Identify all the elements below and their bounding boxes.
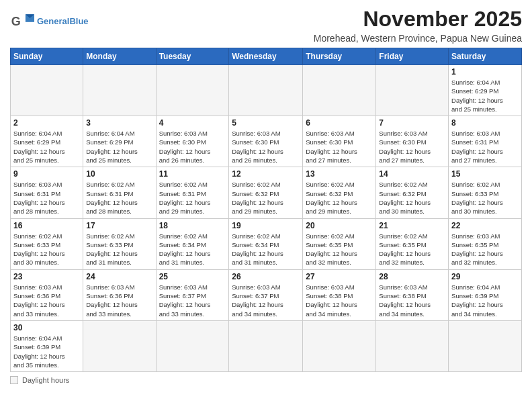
table-row: 30Sunrise: 6:04 AM Sunset: 6:39 PM Dayli… <box>11 320 83 371</box>
day-number: 14 <box>379 169 445 179</box>
calendar-week-row: 30Sunrise: 6:04 AM Sunset: 6:39 PM Dayli… <box>11 320 522 371</box>
col-tuesday: Tuesday <box>156 48 229 65</box>
table-row: 9Sunrise: 6:03 AM Sunset: 6:31 PM Daylig… <box>11 167 83 218</box>
day-number: 22 <box>451 221 519 230</box>
calendar-week-row: 1Sunrise: 6:04 AM Sunset: 6:29 PM Daylig… <box>11 65 522 116</box>
day-number: 5 <box>232 118 300 128</box>
table-row: 4Sunrise: 6:03 AM Sunset: 6:30 PM Daylig… <box>156 116 229 167</box>
table-row: 8Sunrise: 6:03 AM Sunset: 6:31 PM Daylig… <box>449 116 522 167</box>
svg-text:G: G <box>11 15 21 28</box>
day-info: Sunrise: 6:02 AM Sunset: 6:34 PM Dayligh… <box>159 232 226 267</box>
table-row: 17Sunrise: 6:02 AM Sunset: 6:33 PM Dayli… <box>83 218 156 269</box>
header: G GeneralBlue November 2025 Morehead, We… <box>10 7 522 44</box>
calendar-week-row: 23Sunrise: 6:03 AM Sunset: 6:36 PM Dayli… <box>11 269 522 320</box>
table-row: 22Sunrise: 6:03 AM Sunset: 6:35 PM Dayli… <box>449 218 522 269</box>
day-number: 17 <box>86 221 152 230</box>
table-row: 26Sunrise: 6:03 AM Sunset: 6:37 PM Dayli… <box>229 269 303 320</box>
col-wednesday: Wednesday <box>229 48 303 65</box>
table-row: 1Sunrise: 6:04 AM Sunset: 6:29 PM Daylig… <box>449 65 522 116</box>
table-row: 28Sunrise: 6:03 AM Sunset: 6:38 PM Dayli… <box>376 269 449 320</box>
col-sunday: Sunday <box>11 48 83 65</box>
day-number: 28 <box>379 272 445 281</box>
table-row <box>376 320 449 371</box>
table-row: 29Sunrise: 6:04 AM Sunset: 6:39 PM Dayli… <box>449 269 522 320</box>
table-row <box>229 320 303 371</box>
table-row: 12Sunrise: 6:02 AM Sunset: 6:32 PM Dayli… <box>229 167 303 218</box>
day-info: Sunrise: 6:04 AM Sunset: 6:29 PM Dayligh… <box>86 129 152 165</box>
table-row: 3Sunrise: 6:04 AM Sunset: 6:29 PM Daylig… <box>83 116 156 167</box>
day-number: 25 <box>159 272 226 281</box>
day-number: 18 <box>159 221 226 230</box>
day-number: 1 <box>451 67 519 77</box>
table-row: 7Sunrise: 6:03 AM Sunset: 6:30 PM Daylig… <box>376 116 449 167</box>
table-row <box>449 320 522 371</box>
calendar-week-row: 9Sunrise: 6:03 AM Sunset: 6:31 PM Daylig… <box>11 167 522 218</box>
day-number: 8 <box>451 118 519 128</box>
day-info: Sunrise: 6:04 AM Sunset: 6:29 PM Dayligh… <box>451 78 519 113</box>
table-row: 13Sunrise: 6:02 AM Sunset: 6:32 PM Dayli… <box>303 167 376 218</box>
table-row: 2Sunrise: 6:04 AM Sunset: 6:29 PM Daylig… <box>11 116 83 167</box>
title-block: November 2025 Morehead, Western Province… <box>314 7 522 44</box>
table-row <box>229 65 303 116</box>
col-friday: Friday <box>376 48 449 65</box>
table-row: 20Sunrise: 6:02 AM Sunset: 6:35 PM Dayli… <box>303 218 376 269</box>
day-number: 27 <box>306 272 373 281</box>
table-row <box>83 320 156 371</box>
day-number: 19 <box>232 221 300 230</box>
day-number: 2 <box>13 118 80 128</box>
day-number: 15 <box>451 169 519 179</box>
day-number: 6 <box>306 118 373 128</box>
day-number: 30 <box>13 323 80 332</box>
day-info: Sunrise: 6:02 AM Sunset: 6:31 PM Dayligh… <box>86 180 152 216</box>
day-info: Sunrise: 6:03 AM Sunset: 6:30 PM Dayligh… <box>379 129 445 165</box>
table-row: 14Sunrise: 6:02 AM Sunset: 6:32 PM Dayli… <box>376 167 449 218</box>
day-info: Sunrise: 6:03 AM Sunset: 6:35 PM Dayligh… <box>451 232 519 267</box>
table-row: 24Sunrise: 6:03 AM Sunset: 6:36 PM Dayli… <box>83 269 156 320</box>
table-row: 21Sunrise: 6:02 AM Sunset: 6:35 PM Dayli… <box>376 218 449 269</box>
table-row <box>83 65 156 116</box>
table-row <box>156 65 229 116</box>
table-row <box>303 65 376 116</box>
day-info: Sunrise: 6:02 AM Sunset: 6:32 PM Dayligh… <box>379 180 445 216</box>
day-number: 21 <box>379 221 445 230</box>
day-info: Sunrise: 6:03 AM Sunset: 6:30 PM Dayligh… <box>232 129 300 165</box>
table-row: 11Sunrise: 6:02 AM Sunset: 6:31 PM Dayli… <box>156 167 229 218</box>
day-info: Sunrise: 6:04 AM Sunset: 6:39 PM Dayligh… <box>451 283 519 318</box>
daylight-box <box>10 376 18 384</box>
location-subtitle: Morehead, Western Province, Papua New Gu… <box>314 33 522 44</box>
day-info: Sunrise: 6:02 AM Sunset: 6:32 PM Dayligh… <box>306 180 373 216</box>
table-row <box>376 65 449 116</box>
col-monday: Monday <box>83 48 156 65</box>
month-title: November 2025 <box>314 7 522 32</box>
table-row: 5Sunrise: 6:03 AM Sunset: 6:30 PM Daylig… <box>229 116 303 167</box>
day-info: Sunrise: 6:03 AM Sunset: 6:36 PM Dayligh… <box>86 283 152 318</box>
table-row: 10Sunrise: 6:02 AM Sunset: 6:31 PM Dayli… <box>83 167 156 218</box>
day-info: Sunrise: 6:03 AM Sunset: 6:31 PM Dayligh… <box>451 129 519 165</box>
day-number: 16 <box>13 221 80 230</box>
table-row <box>303 320 376 371</box>
day-number: 13 <box>306 169 373 179</box>
day-info: Sunrise: 6:03 AM Sunset: 6:37 PM Dayligh… <box>232 283 300 318</box>
footer-note: Daylight hours <box>10 376 522 384</box>
calendar-table: Sunday Monday Tuesday Wednesday Thursday… <box>10 48 522 372</box>
calendar-week-row: 16Sunrise: 6:02 AM Sunset: 6:33 PM Dayli… <box>11 218 522 269</box>
day-number: 3 <box>86 118 152 128</box>
table-row: 23Sunrise: 6:03 AM Sunset: 6:36 PM Dayli… <box>11 269 83 320</box>
day-info: Sunrise: 6:02 AM Sunset: 6:35 PM Dayligh… <box>379 232 445 267</box>
table-row <box>156 320 229 371</box>
day-info: Sunrise: 6:03 AM Sunset: 6:37 PM Dayligh… <box>159 283 226 318</box>
day-number: 23 <box>13 272 80 281</box>
day-number: 9 <box>13 169 80 179</box>
day-number: 24 <box>86 272 152 281</box>
table-row: 15Sunrise: 6:02 AM Sunset: 6:33 PM Dayli… <box>449 167 522 218</box>
day-info: Sunrise: 6:02 AM Sunset: 6:33 PM Dayligh… <box>86 232 152 267</box>
day-number: 26 <box>232 272 300 281</box>
calendar-week-row: 2Sunrise: 6:04 AM Sunset: 6:29 PM Daylig… <box>11 116 522 167</box>
logo-icon: G <box>10 12 34 31</box>
day-number: 7 <box>379 118 445 128</box>
day-info: Sunrise: 6:03 AM Sunset: 6:30 PM Dayligh… <box>306 129 373 165</box>
table-row: 19Sunrise: 6:02 AM Sunset: 6:34 PM Dayli… <box>229 218 303 269</box>
table-row <box>11 65 83 116</box>
col-saturday: Saturday <box>449 48 522 65</box>
day-info: Sunrise: 6:02 AM Sunset: 6:34 PM Dayligh… <box>232 232 300 267</box>
